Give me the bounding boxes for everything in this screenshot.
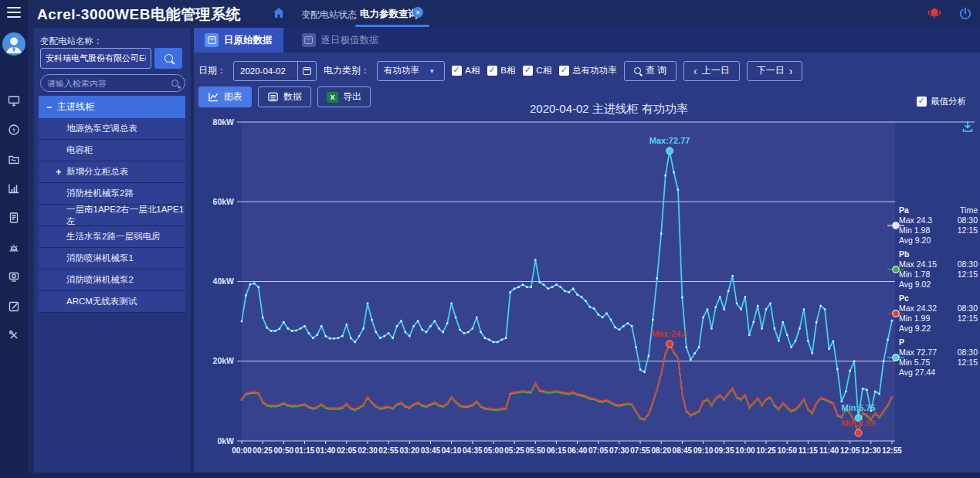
svg-text:11:40: 11:40 bbox=[819, 446, 839, 455]
station-name-input[interactable] bbox=[40, 48, 151, 69]
next-day-button[interactable]: 下一日 › bbox=[747, 61, 803, 81]
menu-icon[interactable] bbox=[7, 7, 21, 18]
prev-day-button[interactable]: ‹ 上一日 bbox=[683, 61, 740, 81]
tab-daily-extreme-data[interactable]: 逐日极值数据 bbox=[291, 28, 390, 53]
left-icon-rail bbox=[0, 0, 28, 478]
legend-toggle-Pa[interactable] bbox=[893, 222, 899, 229]
legend-block-P: PMax 72.7708:30Min 5.7512:15Avg 27.44 bbox=[899, 337, 978, 378]
meter-icon[interactable] bbox=[8, 270, 20, 283]
tree-item-label: 消防喷淋机械泵2 bbox=[66, 274, 134, 286]
tree-item[interactable]: 消防栓机械泵2路 bbox=[39, 183, 185, 205]
tools-icon[interactable] bbox=[8, 329, 20, 341]
legend-toggle-P[interactable] bbox=[893, 354, 899, 361]
svg-text:02:30: 02:30 bbox=[358, 446, 378, 455]
tab-substation-status[interactable]: 变配电站状态 bbox=[301, 8, 357, 22]
alarm-icon[interactable] bbox=[8, 241, 20, 253]
tree-item[interactable]: 电容柜 bbox=[39, 140, 185, 161]
checkbox-label: C相 bbox=[536, 65, 551, 76]
tree-root-main-incoming-cabinet[interactable]: − 主进线柜 bbox=[39, 96, 185, 118]
legend-stat: Max 24.15 bbox=[899, 259, 937, 270]
legend-stat: Avg 9.02 bbox=[899, 280, 931, 290]
legend-time: Time bbox=[960, 205, 978, 215]
tree-item[interactable]: +新增分立柜总表 bbox=[39, 161, 185, 183]
chevron-right-icon: › bbox=[789, 66, 793, 76]
legend-toggle-Pb[interactable] bbox=[893, 266, 899, 273]
tree-item[interactable]: 地源热泵空调总表 bbox=[39, 118, 185, 140]
home-icon[interactable] bbox=[272, 6, 286, 22]
svg-text:04:35: 04:35 bbox=[463, 446, 483, 455]
tree-filter bbox=[40, 74, 185, 92]
checkbox-icon bbox=[452, 66, 462, 76]
svg-text:07:05: 07:05 bbox=[588, 446, 609, 455]
energy-icon[interactable] bbox=[8, 124, 20, 136]
tree-item-label: 新增分立柜总表 bbox=[66, 166, 129, 178]
tab-power-parameter-query[interactable]: 电力参数查询 bbox=[360, 8, 418, 21]
svg-text:Max:72.77: Max:72.77 bbox=[649, 136, 690, 145]
edit-icon[interactable] bbox=[8, 300, 20, 312]
power-category-select[interactable]: 有功功率 ▾ bbox=[377, 61, 445, 81]
svg-text:12:05: 12:05 bbox=[840, 446, 860, 455]
report-icon[interactable] bbox=[8, 212, 20, 224]
legend-time: 08:30 bbox=[958, 303, 978, 314]
legend-stat: Min 1.98 bbox=[899, 225, 930, 236]
legend-stat: Min 1.99 bbox=[899, 314, 930, 324]
svg-text:01:15: 01:15 bbox=[295, 446, 315, 455]
tree-item[interactable]: 消防喷淋机械泵1 bbox=[39, 248, 185, 270]
svg-text:Min:1.99: Min:1.99 bbox=[842, 419, 876, 428]
power-icon[interactable] bbox=[958, 6, 973, 24]
legend-block-Pa: PaTimeMax 24.308:30Min 1.9812:15Avg 9.20 bbox=[899, 205, 978, 246]
search-icon bbox=[164, 54, 173, 63]
calendar-icon[interactable] bbox=[297, 62, 316, 80]
bar-chart-icon[interactable] bbox=[8, 182, 20, 195]
svg-text:08:20: 08:20 bbox=[651, 446, 671, 455]
legend-time: 12:15 bbox=[958, 225, 978, 236]
checkbox-B相[interactable]: B相 bbox=[487, 65, 515, 76]
app-root: Acrel-3000WEB电能管理系统 变配电站状态 电力参数查询 变配电站名称… bbox=[0, 0, 980, 478]
tree-item-label: 生活水泵2路一层弱电房 bbox=[66, 231, 160, 242]
checkbox-A相[interactable]: A相 bbox=[452, 65, 480, 76]
tree-item[interactable]: 生活水泵2路一层弱电房 bbox=[39, 226, 185, 248]
svg-text:02:55: 02:55 bbox=[378, 446, 398, 455]
tree-item[interactable]: ARCM无线表测试 bbox=[39, 291, 185, 313]
checkbox-C相[interactable]: C相 bbox=[523, 65, 551, 76]
date-input[interactable]: 2020-04-02 bbox=[233, 61, 317, 81]
monitor-icon[interactable] bbox=[8, 94, 20, 107]
checkbox-icon bbox=[559, 66, 569, 76]
legend-toggle-Pc[interactable] bbox=[893, 310, 899, 317]
tree-search-input[interactable] bbox=[47, 79, 171, 88]
svg-text:60kW: 60kW bbox=[213, 197, 235, 206]
close-tab-icon[interactable] bbox=[412, 7, 423, 18]
tab-daily-raw-data[interactable]: 日原始数据 bbox=[194, 28, 283, 53]
svg-text:10:25: 10:25 bbox=[756, 446, 776, 455]
svg-text:12:30: 12:30 bbox=[861, 446, 881, 455]
tree-item[interactable]: 消防喷淋机械泵2 bbox=[39, 270, 185, 291]
svg-text:00:50: 00:50 bbox=[274, 446, 294, 455]
checkbox-总有功功率[interactable]: 总有功功率 bbox=[559, 65, 617, 76]
svg-text:40kW: 40kW bbox=[213, 276, 235, 286]
tree-item-label: 地源热泵空调总表 bbox=[66, 123, 137, 134]
data-tab-row: 日原始数据 逐日极值数据 bbox=[194, 28, 980, 53]
checkbox-label: A相 bbox=[465, 65, 480, 76]
svg-text:07:55: 07:55 bbox=[630, 446, 650, 455]
chart-legend: PaTimeMax 24.308:30Min 1.9812:15Avg 9.20… bbox=[899, 205, 978, 381]
tree-item[interactable]: 一层南1APE2右一层北1APE1左 bbox=[39, 205, 185, 226]
bottom-strip bbox=[0, 473, 980, 478]
calendar-icon bbox=[205, 33, 219, 47]
legend-time: 08:30 bbox=[958, 215, 978, 225]
alarm-bell-icon[interactable] bbox=[927, 6, 942, 23]
station-search-button[interactable] bbox=[154, 48, 182, 69]
svg-text:05:25: 05:25 bbox=[504, 446, 524, 455]
legend-time: 08:30 bbox=[958, 259, 978, 270]
avatar[interactable] bbox=[2, 32, 25, 59]
collapse-icon[interactable]: − bbox=[46, 102, 52, 113]
checkbox-icon bbox=[523, 66, 533, 76]
legend-stat: Max 24.32 bbox=[899, 303, 937, 314]
query-button[interactable]: 查 询 bbox=[624, 61, 677, 81]
legend-time: 12:15 bbox=[958, 358, 978, 368]
svg-text:80kW: 80kW bbox=[213, 117, 235, 127]
folder-icon[interactable] bbox=[8, 153, 20, 165]
search-icon bbox=[634, 67, 641, 74]
svg-text:03:20: 03:20 bbox=[400, 446, 420, 455]
category-label: 电力类别： bbox=[324, 64, 370, 77]
expand-icon[interactable]: + bbox=[56, 166, 62, 178]
